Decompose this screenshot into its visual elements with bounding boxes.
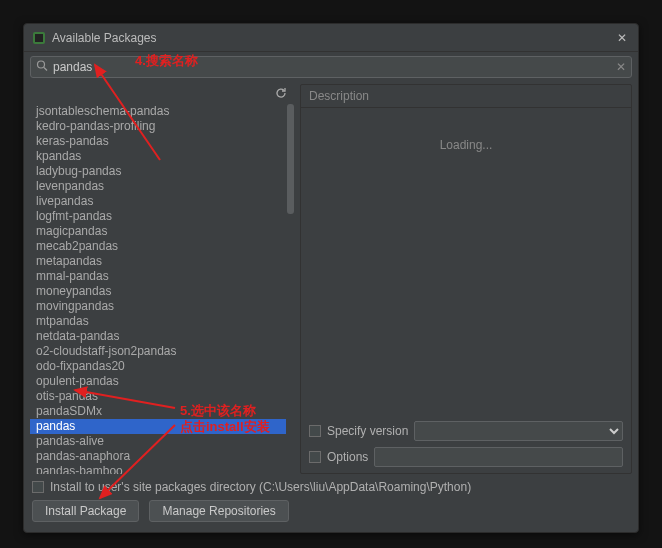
svg-point-2: [38, 61, 45, 68]
dialog-bottom: Install to user's site packages director…: [24, 474, 638, 532]
list-item[interactable]: pandas: [30, 419, 286, 434]
list-item[interactable]: pandas-anaphora: [30, 449, 286, 464]
list-item[interactable]: kedro-pandas-profiling: [30, 119, 286, 134]
list-item[interactable]: kpandas: [30, 149, 286, 164]
list-item[interactable]: magicpandas: [30, 224, 286, 239]
description-body: Loading...: [301, 108, 631, 415]
titlebar: Available Packages ✕: [24, 24, 638, 52]
list-item[interactable]: keras-pandas: [30, 134, 286, 149]
available-packages-window: Available Packages ✕ ✕ jsontableschema-p…: [23, 23, 639, 533]
install-dir-row: Install to user's site packages director…: [32, 480, 630, 494]
package-list[interactable]: jsontableschema-pandaskedro-pandas-profi…: [30, 104, 286, 474]
version-select[interactable]: [414, 421, 623, 441]
description-heading: Description: [301, 85, 631, 108]
scrollbar-thumb[interactable]: [287, 104, 294, 214]
list-item[interactable]: livepandas: [30, 194, 286, 209]
list-item[interactable]: levenpandas: [30, 179, 286, 194]
manage-repositories-button[interactable]: Manage Repositories: [149, 500, 288, 522]
clear-search-icon[interactable]: ✕: [616, 60, 626, 74]
package-list-wrap: jsontableschema-pandaskedro-pandas-profi…: [30, 104, 294, 474]
svg-rect-1: [35, 34, 43, 42]
list-item[interactable]: metapandas: [30, 254, 286, 269]
svg-line-3: [44, 68, 47, 71]
list-item[interactable]: moneypandas: [30, 284, 286, 299]
loading-text: Loading...: [440, 138, 493, 152]
install-user-site-label: Install to user's site packages director…: [50, 480, 471, 494]
options-area: Specify version Options: [301, 415, 631, 473]
description-panel: Description Loading... Specify version O…: [300, 84, 632, 474]
list-item[interactable]: pandaSDMx: [30, 404, 286, 419]
package-list-panel: jsontableschema-pandaskedro-pandas-profi…: [30, 84, 294, 474]
list-item[interactable]: movingpandas: [30, 299, 286, 314]
reload-row: [30, 84, 294, 104]
specify-version-row: Specify version: [309, 421, 623, 441]
list-item[interactable]: mecab2pandas: [30, 239, 286, 254]
specify-version-label: Specify version: [327, 424, 408, 438]
install-package-button[interactable]: Install Package: [32, 500, 139, 522]
options-row: Options: [309, 447, 623, 467]
install-user-site-checkbox[interactable]: [32, 481, 44, 493]
list-item[interactable]: pandas-bamboo: [30, 464, 286, 474]
list-item[interactable]: o2-cloudstaff-json2pandas: [30, 344, 286, 359]
search-icon: [36, 60, 48, 75]
list-item[interactable]: pandas-alive: [30, 434, 286, 449]
button-row: Install Package Manage Repositories: [32, 500, 630, 522]
options-checkbox[interactable]: [309, 451, 321, 463]
specify-version-checkbox[interactable]: [309, 425, 321, 437]
window-title: Available Packages: [52, 31, 614, 45]
dialog-body: jsontableschema-pandaskedro-pandas-profi…: [24, 80, 638, 474]
scrollbar[interactable]: [287, 104, 294, 474]
reload-icon[interactable]: [272, 84, 290, 102]
search-row: ✕: [30, 56, 632, 78]
list-item[interactable]: opulent-pandas: [30, 374, 286, 389]
list-item[interactable]: mtpandas: [30, 314, 286, 329]
options-field[interactable]: [374, 447, 623, 467]
list-item[interactable]: netdata-pandas: [30, 329, 286, 344]
search-input[interactable]: [30, 56, 632, 78]
close-icon[interactable]: ✕: [614, 31, 630, 45]
list-item[interactable]: ladybug-pandas: [30, 164, 286, 179]
app-icon: [32, 31, 46, 45]
list-item[interactable]: odo-fixpandas20: [30, 359, 286, 374]
list-item[interactable]: logfmt-pandas: [30, 209, 286, 224]
list-item[interactable]: mmal-pandas: [30, 269, 286, 284]
list-item[interactable]: otis-pandas: [30, 389, 286, 404]
options-label: Options: [327, 450, 368, 464]
list-item[interactable]: jsontableschema-pandas: [30, 104, 286, 119]
